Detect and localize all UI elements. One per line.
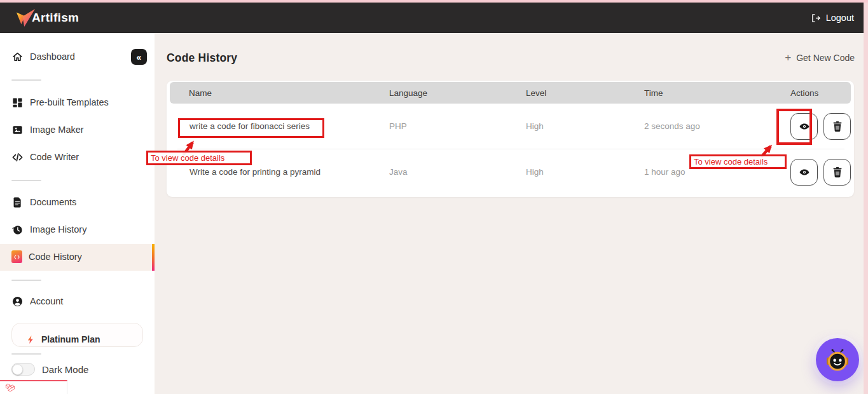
sidebar-item-image-history[interactable]: Image History — [0, 221, 155, 238]
topbar: Artifism Logout — [0, 3, 864, 33]
sidebar-divider — [11, 79, 41, 81]
header-name: Name — [170, 88, 389, 98]
page-title: Code History — [167, 51, 237, 65]
image-icon — [11, 124, 24, 136]
logout-button[interactable]: Logout — [810, 13, 854, 24]
table-row: Write a code for printing a pyramid Java… — [170, 149, 851, 194]
sidebar-collapse-button[interactable]: « — [131, 49, 147, 65]
row-language: Java — [389, 167, 526, 177]
history-icon — [11, 224, 24, 236]
platinum-plan-card[interactable]: Platinum Plan — [11, 323, 143, 347]
chatbot-button[interactable] — [816, 338, 859, 381]
row-actions — [790, 113, 867, 140]
window-edge-top — [0, 0, 868, 3]
brand-icon — [15, 8, 37, 28]
debugbar[interactable] — [0, 380, 67, 394]
sidebar-item-code-history[interactable]: Code History — [0, 248, 155, 266]
sidebar-divider — [11, 280, 41, 281]
code-icon — [11, 151, 24, 163]
bolt-icon — [26, 334, 36, 345]
page: Artifism Logout Dashboard « Pre-bui — [0, 0, 868, 394]
header-language: Language — [389, 88, 526, 98]
document-icon — [11, 196, 24, 208]
sidebar-item-prebuilt-templates[interactable]: Pre-built Templates — [0, 93, 155, 111]
sidebar-item-account[interactable]: Account — [0, 292, 155, 310]
toggle-knob — [12, 364, 23, 375]
plan-label: Platinum Plan — [41, 334, 100, 345]
row-name: Write a code for printing a pyramid — [170, 167, 389, 177]
get-new-code-label: Get New Code — [796, 53, 855, 63]
home-icon — [11, 51, 24, 63]
sidebar-item-label: Code History — [29, 252, 82, 262]
header-level: Level — [526, 88, 644, 98]
code-file-icon — [11, 250, 22, 263]
dark-mode-row: Dark Mode — [11, 363, 88, 376]
brand-logo[interactable]: Artifism — [15, 8, 79, 28]
row-name: write a code for fibonacci series — [170, 121, 389, 131]
user-icon — [11, 296, 24, 308]
robot-icon — [824, 346, 851, 373]
sidebar-item-label: Account — [30, 296, 63, 306]
brand-name: Artifism — [32, 11, 79, 25]
row-level: High — [526, 121, 644, 131]
sidebar-item-documents[interactable]: Documents — [0, 193, 155, 211]
row-time: 2 seconds ago — [644, 121, 790, 131]
laravel-icon — [5, 383, 15, 393]
code-history-card: Name Language Level Time Actions write a… — [167, 81, 854, 197]
row-actions — [790, 159, 867, 186]
table-header-row: Name Language Level Time Actions — [170, 82, 851, 104]
sidebar-item-code-writer[interactable]: Code Writer — [0, 148, 155, 166]
row-language: PHP — [389, 121, 526, 131]
trash-icon — [831, 120, 844, 133]
main-content: Code History + Get New Code Name Languag… — [155, 33, 864, 394]
sidebar-item-label: Image History — [30, 224, 86, 234]
dark-mode-label: Dark Mode — [42, 364, 88, 375]
sidebar-item-image-maker[interactable]: Image Maker — [0, 121, 155, 139]
sidebar-divider — [11, 353, 41, 355]
sidebar: Dashboard « Pre-built Templates Image Ma… — [0, 33, 155, 394]
sidebar-item-label: Image Maker — [30, 125, 84, 135]
header-time: Time — [644, 88, 790, 98]
eye-icon — [798, 166, 811, 179]
sidebar-item-label: Pre-built Templates — [30, 97, 109, 107]
table-row: write a code for fibonacci series PHP Hi… — [170, 104, 851, 149]
view-code-button[interactable] — [790, 159, 818, 186]
get-new-code-button[interactable]: + Get New Code — [785, 53, 855, 63]
view-code-button[interactable] — [790, 113, 818, 140]
plus-icon: + — [785, 53, 791, 62]
delete-code-button[interactable] — [823, 113, 851, 140]
row-level: High — [526, 167, 644, 177]
eye-icon — [798, 120, 811, 133]
sidebar-item-label: Documents — [30, 197, 76, 207]
logout-icon — [810, 13, 821, 24]
trash-icon — [831, 166, 844, 179]
sidebar-item-label: Dashboard — [30, 51, 75, 62]
row-time: 1 hour ago — [644, 167, 790, 177]
dark-mode-toggle[interactable] — [11, 363, 35, 376]
sidebar-divider — [11, 180, 41, 181]
window-edge-right — [864, 0, 868, 394]
logout-label: Logout — [826, 13, 854, 23]
header-actions: Actions — [790, 88, 868, 98]
content-header: Code History + Get New Code — [167, 50, 855, 65]
sidebar-item-label: Code Writer — [30, 152, 79, 162]
templates-icon — [11, 97, 24, 109]
delete-code-button[interactable] — [823, 159, 851, 186]
